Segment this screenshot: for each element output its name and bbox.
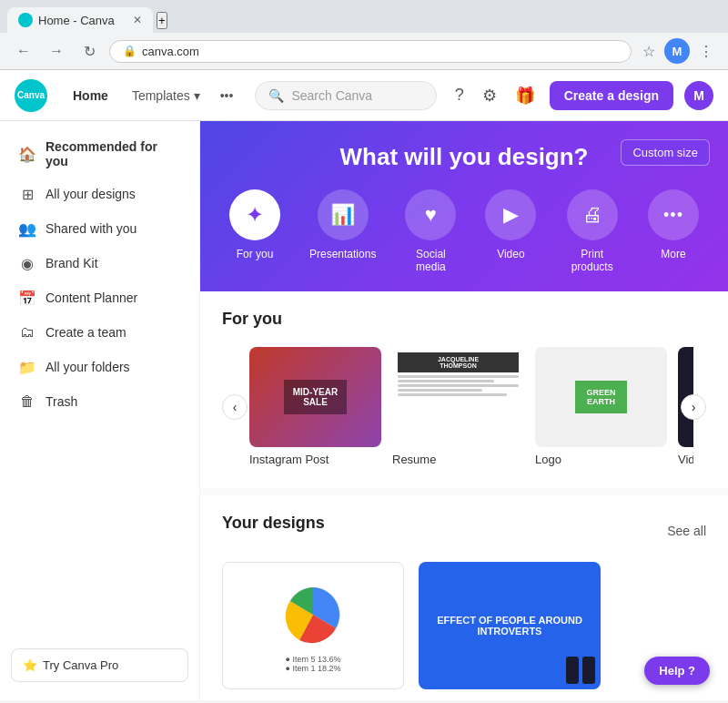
hero-icon-more[interactable]: ••• More bbox=[648, 189, 699, 273]
gift-icon-button[interactable]: 🎁 bbox=[511, 82, 539, 109]
hero-icon-presentations[interactable]: 📊 Presentations bbox=[309, 189, 376, 273]
print-label: Print products bbox=[565, 248, 619, 273]
url-text: canva.com bbox=[142, 45, 618, 58]
home-nav-button[interactable]: Home bbox=[62, 83, 119, 108]
sidebar-item-brand-kit-label: Brand Kit bbox=[46, 256, 98, 270]
close-tab-button[interactable]: ✕ bbox=[133, 14, 142, 26]
trash-icon: 🗑 bbox=[18, 392, 36, 411]
hero-icon-video[interactable]: ▶ Video bbox=[485, 189, 536, 273]
resume-card-lines bbox=[398, 375, 519, 442]
sidebar-item-content-planner-label: Content Planner bbox=[46, 290, 137, 305]
logo-card-label: Logo bbox=[535, 453, 667, 466]
design-card-logo[interactable]: GREENEARTH Logo bbox=[535, 347, 667, 466]
logo-card-inner: GREENEARTH bbox=[575, 381, 626, 413]
sidebar-item-brand-kit[interactable]: ◉ Brand Kit bbox=[7, 247, 192, 280]
see-all-button[interactable]: See all bbox=[667, 524, 706, 538]
presentations-icon: 📊 bbox=[330, 203, 355, 227]
for-you-label: For you bbox=[237, 248, 274, 260]
reload-button[interactable]: ↻ bbox=[76, 38, 102, 64]
sidebar-item-create-team[interactable]: 🗂 Create a team bbox=[7, 316, 192, 349]
help-icon-button[interactable]: ? bbox=[451, 82, 468, 108]
hero-icon-print[interactable]: 🖨 Print products bbox=[565, 189, 619, 273]
hero-banner: What will you design? Custom size ✦ For … bbox=[200, 121, 728, 291]
carousel-left-button[interactable]: ‹ bbox=[222, 394, 248, 420]
home-icon: 🏠 bbox=[18, 145, 36, 163]
for-you-section: For you ‹ MID-YEARSALE bbox=[200, 291, 728, 488]
social-media-icon: ♥ bbox=[425, 203, 437, 227]
try-pro-button[interactable]: ⭐ Try Canva Pro bbox=[11, 648, 188, 682]
sidebar-item-trash[interactable]: 🗑 Trash bbox=[7, 385, 192, 418]
instagram-card-label: Instagram Post bbox=[249, 453, 381, 466]
user-avatar[interactable]: M bbox=[684, 81, 713, 110]
carousel-right-button[interactable]: › bbox=[681, 394, 706, 420]
templates-nav-button[interactable]: Templates ▾ bbox=[123, 83, 209, 108]
for-you-title: For you bbox=[222, 310, 706, 329]
sidebar-item-content-planner[interactable]: 📅 Content Planner bbox=[7, 281, 192, 314]
browser-menu-icon[interactable]: ⋮ bbox=[695, 39, 717, 64]
sidebar-item-recommended-label: Recommended for you bbox=[46, 139, 181, 168]
instagram-card-image: MID-YEARSALE bbox=[249, 347, 381, 447]
active-tab[interactable]: Home - Canva ✕ bbox=[7, 7, 153, 33]
folder-icon: 📁 bbox=[18, 358, 36, 376]
designs-grid: ● Item 5 13.6% ● Item 1 18.2% EFFECT OF … bbox=[222, 562, 706, 689]
sidebar-item-all-designs[interactable]: ⊞ All your designs bbox=[7, 178, 192, 210]
search-box[interactable]: 🔍 Search Canva bbox=[255, 81, 436, 110]
chart-legend-item-5: ● Item 5 13.6% bbox=[286, 655, 341, 664]
sidebar: 🏠 Recommended for you ⊞ All your designs… bbox=[0, 121, 200, 700]
instagram-card-preview: MID-YEARSALE bbox=[249, 347, 381, 447]
chart-legend-item-1: ● Item 1 18.2% bbox=[286, 664, 341, 673]
resume-line-5 bbox=[398, 393, 507, 396]
resume-card-header: JACQUELINETHOMPSON bbox=[398, 352, 519, 372]
url-bar[interactable]: 🔒 canva.com bbox=[109, 40, 632, 63]
user-initial: M bbox=[693, 88, 704, 103]
hero-icon-social-media[interactable]: ♥ Social media bbox=[405, 189, 456, 273]
lock-icon: 🔒 bbox=[123, 45, 136, 57]
team-icon: 🗂 bbox=[18, 323, 36, 341]
forward-button[interactable]: → bbox=[44, 38, 69, 64]
resume-line-4 bbox=[398, 389, 482, 392]
resume-line-3 bbox=[398, 384, 519, 387]
hero-icon-for-you[interactable]: ✦ For you bbox=[229, 189, 280, 273]
custom-size-button[interactable]: Custom size bbox=[621, 139, 710, 166]
resume-line-2 bbox=[398, 380, 494, 382]
templates-nav-label: Templates bbox=[132, 88, 190, 103]
search-placeholder: Search Canva bbox=[291, 88, 372, 103]
create-design-button[interactable]: Create a design bbox=[550, 81, 673, 110]
resume-card-image: JACQUELINETHOMPSON bbox=[392, 347, 524, 447]
templates-chevron-icon: ▾ bbox=[194, 88, 200, 103]
help-button[interactable]: Help ? bbox=[644, 657, 710, 685]
resume-card-label: Resume bbox=[392, 453, 524, 466]
more-nav-button[interactable]: ••• bbox=[213, 83, 241, 108]
header-nav: Home Templates ▾ ••• bbox=[62, 83, 240, 108]
design-card-resume[interactable]: JACQUELINETHOMPSON bbox=[392, 347, 524, 466]
print-icon-circle: 🖨 bbox=[567, 189, 618, 240]
video-card-label: Vid... bbox=[678, 453, 693, 466]
bookmark-icon[interactable]: ☆ bbox=[639, 39, 659, 64]
my-design-effect[interactable]: EFFECT OF PEOPLE AROUND INTROVERTS bbox=[419, 562, 601, 689]
effect-card-bottles bbox=[566, 657, 595, 684]
new-tab-button[interactable]: + bbox=[157, 12, 167, 29]
tab-title: Home - Canva bbox=[38, 14, 115, 27]
bottle-2 bbox=[582, 657, 595, 684]
sidebar-item-folders[interactable]: 📁 All your folders bbox=[7, 351, 192, 383]
sidebar-item-recommended[interactable]: 🏠 Recommended for you bbox=[7, 132, 192, 176]
browser-user-avatar[interactable]: M bbox=[664, 38, 690, 64]
canva-logo[interactable]: Canva bbox=[15, 79, 47, 112]
my-design-chart[interactable]: ● Item 5 13.6% ● Item 1 18.2% bbox=[222, 562, 404, 689]
settings-icon-button[interactable]: ⚙ bbox=[479, 82, 500, 109]
design-card-instagram[interactable]: MID-YEARSALE Instagram Post bbox=[249, 347, 381, 466]
back-button[interactable]: ← bbox=[11, 38, 36, 64]
browser-chrome: Home - Canva ✕ + ← → ↻ 🔒 canva.com ☆ M ⋮ bbox=[0, 0, 728, 70]
sidebar-item-shared-label: Shared with you bbox=[46, 221, 136, 236]
carousel-track: MID-YEARSALE Instagram Post JACQUELINETH… bbox=[235, 343, 693, 470]
print-icon: 🖨 bbox=[582, 203, 602, 227]
instagram-card-inner: MID-YEARSALE bbox=[284, 380, 347, 414]
video-icon-circle: ▶ bbox=[485, 189, 536, 240]
sidebar-item-shared[interactable]: 👥 Shared with you bbox=[7, 212, 192, 245]
video-icon: ▶ bbox=[503, 203, 519, 227]
more-label: More bbox=[661, 248, 685, 260]
sidebar-item-folders-label: All your folders bbox=[46, 360, 130, 374]
more-icon-circle: ••• bbox=[648, 189, 699, 240]
tab-favicon bbox=[18, 13, 33, 27]
your-designs-title: Your designs bbox=[222, 514, 325, 533]
